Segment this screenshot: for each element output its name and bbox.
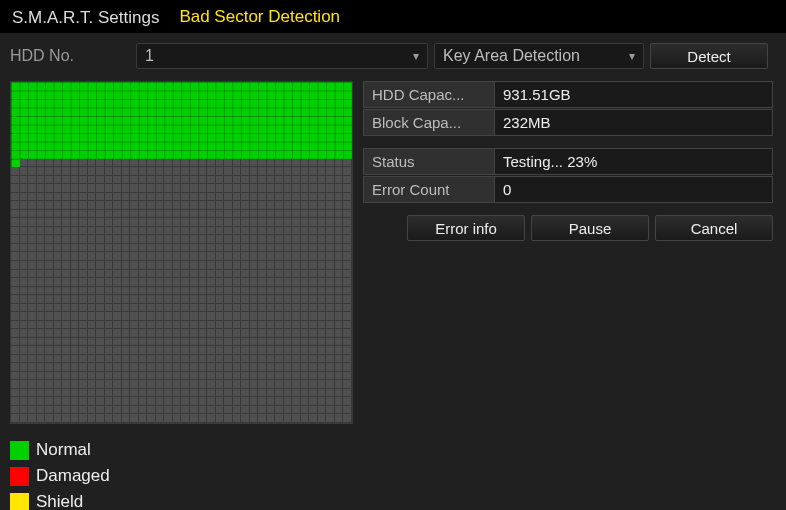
legend-damaged: Damaged: [10, 466, 353, 486]
legend-damaged-swatch: [10, 467, 29, 486]
tab-smart-settings[interactable]: S.M.A.R.T. Settings: [10, 4, 169, 34]
hdd-no-label: HDD No.: [10, 47, 136, 65]
chevron-down-icon: ▾: [413, 49, 419, 63]
legend-shield-swatch: [10, 493, 29, 511]
pause-button[interactable]: Pause: [531, 215, 649, 241]
error-count-value: 0: [494, 176, 773, 203]
hdd-capacity-row: HDD Capac... 931.51GB: [363, 81, 773, 108]
block-capacity-value: 232MB: [494, 109, 773, 136]
tab-bad-sector-detection[interactable]: Bad Sector Detection: [177, 3, 350, 35]
detect-button[interactable]: Detect: [650, 43, 768, 69]
chevron-down-icon: ▾: [629, 49, 635, 63]
status-label: Status: [363, 148, 494, 175]
hdd-capacity-label: HDD Capac...: [363, 81, 494, 108]
block-capacity-label: Block Capa...: [363, 109, 494, 136]
legend-normal-swatch: [10, 441, 29, 460]
legend: Normal Damaged Shield: [10, 440, 353, 510]
detection-mode-value: Key Area Detection: [443, 47, 580, 65]
sector-map-progress-fill-extra: [11, 159, 20, 168]
legend-normal: Normal: [10, 440, 353, 460]
tab-bar: S.M.A.R.T. Settings Bad Sector Detection: [0, 0, 786, 33]
top-controls-row: HDD No. 1 ▾ Key Area Detection ▾ Detect: [10, 43, 776, 69]
action-buttons: Error info Pause Cancel: [363, 215, 773, 241]
sector-map: [10, 81, 353, 424]
cancel-button[interactable]: Cancel: [655, 215, 773, 241]
hdd-no-select[interactable]: 1 ▾: [136, 43, 428, 69]
hdd-capacity-value: 931.51GB: [494, 81, 773, 108]
error-count-label: Error Count: [363, 176, 494, 203]
status-value: Testing... 23%: [494, 148, 773, 175]
legend-damaged-label: Damaged: [36, 466, 110, 486]
error-info-button[interactable]: Error info: [407, 215, 525, 241]
sector-map-area: Normal Damaged Shield: [10, 81, 353, 510]
info-pane: HDD Capac... 931.51GB Block Capa... 232M…: [363, 81, 773, 241]
block-capacity-row: Block Capa... 232MB: [363, 109, 773, 136]
legend-normal-label: Normal: [36, 440, 91, 460]
detection-mode-select[interactable]: Key Area Detection ▾: [434, 43, 644, 69]
hdd-no-value: 1: [145, 47, 154, 65]
main-panel: HDD No. 1 ▾ Key Area Detection ▾ Detect …: [0, 33, 786, 510]
error-count-row: Error Count 0: [363, 176, 773, 203]
legend-shield-label: Shield: [36, 492, 83, 510]
legend-shield: Shield: [10, 492, 353, 510]
status-row: Status Testing... 23%: [363, 148, 773, 175]
